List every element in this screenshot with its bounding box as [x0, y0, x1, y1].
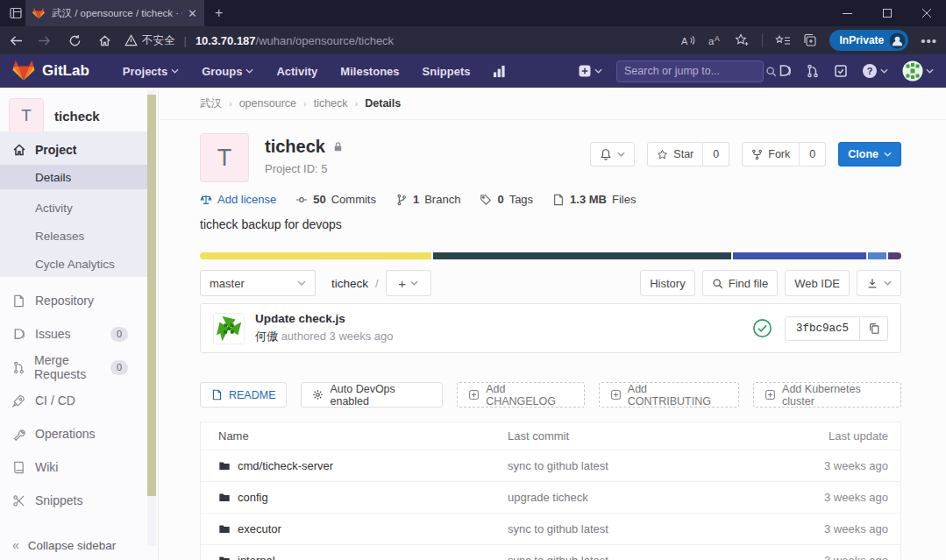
sidebar-item-repository[interactable]: Repository — [0, 289, 147, 312]
auto-devops-button[interactable]: Auto DevOps enabled — [301, 382, 443, 408]
lock-icon — [332, 141, 344, 152]
favorites-bar-icon[interactable] — [775, 34, 791, 47]
copy-sha-button[interactable] — [860, 316, 888, 341]
help-menu[interactable]: ? — [862, 63, 888, 79]
breadcrumb-current: Details — [365, 97, 401, 110]
star-button[interactable]: Star — [647, 142, 703, 167]
file-name-link[interactable]: executor — [238, 522, 281, 535]
home-icon[interactable] — [89, 34, 119, 47]
refresh-icon[interactable] — [60, 34, 89, 47]
nav-milestones[interactable]: Milestones — [340, 65, 399, 78]
sidebar-item-merge-requests[interactable]: Merge Requests 0 — [0, 356, 147, 379]
todos-nav-icon[interactable] — [834, 64, 848, 78]
sidebar-item-wiki[interactable]: Wiki — [0, 456, 147, 478]
languages-bar[interactable] — [200, 252, 901, 259]
commit-message-link[interactable]: Update check.js — [255, 312, 394, 325]
minimize-icon[interactable] — [828, 0, 867, 26]
breadcrumb-group[interactable]: 武汉 — [200, 96, 222, 111]
sidebar-item-issues[interactable]: Issues 0 — [0, 323, 147, 345]
sidebar-item-details[interactable]: Details — [0, 165, 147, 189]
tree-root-link[interactable]: ticheck — [331, 277, 368, 290]
sidebar-project-header[interactable]: T ticheck — [9, 98, 100, 133]
forward-icon[interactable] — [30, 34, 60, 47]
address-bar[interactable]: 不安全 | 10.3.70.187 /wuhan/opensource/tich… — [124, 26, 679, 54]
commit-message-cell[interactable]: sync to github latest — [508, 554, 776, 560]
maximize-icon[interactable] — [867, 0, 907, 26]
file-name-link[interactable]: internal — [238, 554, 275, 560]
download-button[interactable] — [857, 270, 901, 296]
files-link[interactable]: 1.3 MBFiles — [552, 193, 636, 206]
fork-button[interactable]: Fork — [742, 142, 800, 167]
tab-title: 武汉 / opensource / ticheck · Git — [52, 7, 182, 20]
gitlab-logo[interactable]: GitLab — [12, 60, 89, 82]
breadcrumb-separator: › — [229, 98, 232, 109]
sidebar-item-cycle-analytics[interactable]: Cycle Analytics — [0, 252, 147, 275]
tab-preview-icon[interactable] — [9, 6, 23, 20]
add-kubernetes-button[interactable]: Add Kubernetes cluster — [753, 382, 901, 408]
new-tab-icon[interactable]: + — [215, 6, 223, 20]
readme-button[interactable]: README — [200, 382, 287, 408]
sidebar-scrollbar-thumb[interactable] — [147, 95, 156, 496]
commit-author-avatar[interactable] — [213, 313, 245, 344]
history-button[interactable]: History — [640, 270, 694, 296]
sidebar-item-operations[interactable]: Operations — [0, 422, 147, 445]
collections-icon[interactable] — [803, 33, 817, 47]
merge-requests-nav-icon[interactable] — [806, 64, 820, 78]
back-icon[interactable] — [0, 34, 30, 47]
tags-link[interactable]: 0Tags — [480, 193, 533, 206]
add-favorite-icon[interactable] — [735, 33, 750, 47]
commit-message-cell[interactable]: sync to github latest — [508, 522, 776, 535]
profile-avatar[interactable] — [889, 32, 906, 49]
commit-message-cell[interactable]: sync to github latest — [508, 459, 776, 472]
commits-link[interactable]: 50Commits — [295, 193, 376, 206]
user-menu[interactable] — [902, 60, 934, 82]
sidebar-item-activity[interactable]: Activity — [0, 196, 147, 219]
sidebar-item-snippets[interactable]: Snippets — [0, 489, 147, 512]
browser-tab[interactable]: 武汉 / opensource / ticheck · Git ✕ — [25, 0, 204, 26]
nav-activity[interactable]: Activity — [276, 65, 317, 78]
table-row: config upgrade ticheck 3 weeks ago — [201, 481, 900, 513]
branches-link[interactable]: 1Branch — [395, 193, 460, 206]
search-input[interactable] — [624, 65, 765, 77]
commit-message-cell[interactable]: upgrade ticheck — [508, 491, 776, 504]
site-security[interactable]: 不安全 — [124, 33, 175, 48]
pipeline-status-icon[interactable] — [752, 318, 772, 338]
breadcrumb-project[interactable]: ticheck — [314, 97, 348, 110]
nav-projects[interactable]: Projects — [123, 65, 179, 78]
star-count[interactable]: 0 — [703, 142, 729, 167]
nav-groups[interactable]: Groups — [202, 65, 253, 78]
more-options-icon[interactable]: ••• — [921, 33, 937, 48]
global-search[interactable] — [616, 60, 764, 82]
tab-close-icon[interactable]: ✕ — [188, 8, 197, 19]
sidebar-item-project[interactable]: Project — [0, 138, 147, 161]
close-window-icon[interactable] — [907, 0, 946, 26]
translate-icon[interactable]: aA — [708, 33, 722, 47]
new-menu-button[interactable] — [578, 64, 602, 78]
notifications-button[interactable] — [590, 142, 635, 167]
web-ide-button[interactable]: Web IDE — [785, 270, 850, 296]
add-changelog-button[interactable]: Add CHANGELOG — [457, 382, 585, 408]
file-name-link[interactable]: cmd/ticheck-server — [238, 459, 333, 472]
commit-author[interactable]: 何傲 — [255, 330, 278, 343]
branch-selector[interactable]: master — [200, 270, 316, 296]
plus-square-icon — [765, 389, 776, 401]
sidebar-item-ci-cd[interactable]: CI / CD — [0, 389, 147, 412]
read-aloud-icon[interactable]: A — [679, 33, 695, 47]
file-name-link[interactable]: config — [238, 491, 268, 504]
files-icon — [552, 194, 565, 206]
collapse-sidebar-button[interactable]: « Collapse sidebar — [0, 535, 147, 556]
breadcrumb-subgroup[interactable]: opensource — [239, 97, 296, 110]
add-license-link[interactable]: Add license — [200, 193, 276, 206]
issues-nav-icon[interactable] — [778, 64, 792, 78]
sidebar-item-releases[interactable]: Releases — [0, 224, 147, 247]
add-file-button[interactable]: + — [386, 270, 431, 296]
project-sidebar: T ticheck Project Details Activity Relea… — [0, 88, 159, 560]
chart-icon[interactable] — [493, 65, 506, 78]
fork-count[interactable]: 0 — [800, 142, 826, 167]
find-file-button[interactable]: Find file — [702, 270, 779, 296]
inprivate-badge[interactable]: InPrivate — [829, 30, 909, 51]
add-contributing-button[interactable]: Add CONTRIBUTING — [599, 382, 739, 408]
commit-sha[interactable]: 3fbc9ac5 — [785, 316, 860, 341]
clone-button[interactable]: Clone — [838, 142, 901, 167]
nav-snippets[interactable]: Snippets — [423, 65, 471, 78]
